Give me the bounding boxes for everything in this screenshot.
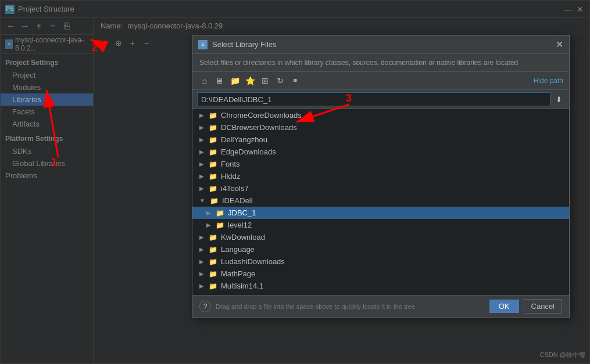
list-item[interactable]: ▶ 📁 EdgeDownloads [192,146,569,158]
list-item[interactable]: ▶ 📁 ChromeCoreDownloads [192,109,569,121]
dialog-title-bar: ≡ Select Library Files ✕ [192,35,569,54]
dialog-description: Select files or directories in which lib… [192,54,569,72]
list-item[interactable]: ▶ 📁 LudashiDownloads [192,255,569,268]
list-item-level12[interactable]: ▶ 📁 level12 [192,219,569,231]
dialog-file-toolbar: ⌂ 🖥 📁 ⭐ ⊞ ↻ ⚭ Hide path [192,72,569,90]
list-item[interactable]: ▶ 📁 Fonts [192,158,569,170]
list-item[interactable]: ▶ 📁 Language [192,243,569,255]
list-item[interactable]: ▶ 📁 MathPage [192,268,569,280]
path-input[interactable] [197,92,550,106]
list-item-jdbc[interactable]: ▶ 📁 JDBC_1 [192,207,569,219]
refresh-button[interactable]: ↻ [274,74,287,87]
file-list[interactable]: ▶ 📁 ChromeCoreDownloads ▶ 📁 DCBrowserDow… [192,109,569,295]
hide-path-button[interactable]: Hide path [534,77,563,85]
bookmark-button[interactable]: ⭐ [244,74,256,87]
new-folder-button[interactable]: 📁 [228,74,241,87]
watermark: CSDN @徐中瑩 [540,351,585,359]
list-item[interactable]: ▶ 📁 Multisim14.1 [192,280,569,292]
desktop-button[interactable]: 🖥 [213,74,226,87]
select-library-dialog: ≡ Select Library Files ✕ Select files or… [192,35,570,318]
dialog-footer: ? Drag and drop a file into the space ab… [192,295,569,317]
dialog-icon: ≡ [198,40,208,49]
link-button[interactable]: ⚭ [289,74,302,87]
list-item[interactable]: ▶ 📁 DellYangzhou [192,134,569,146]
dialog-overlay: ≡ Select Library Files ✕ Select files or… [0,0,590,364]
ok-button[interactable]: OK [489,300,519,313]
path-bar: ⬇ [192,90,569,109]
list-item-ideadell[interactable]: ▼ 📁 IDEADell [192,194,569,207]
dialog-title: Select Library Files [212,40,551,49]
footer-buttons: OK Cancel [489,299,562,313]
list-item[interactable]: ▶ 📁 DCBrowserDownloads [192,121,569,134]
list-item[interactable]: ▶ 📁 KwDownload [192,231,569,243]
list-item[interactable]: ▶ 📁 Hlddz [192,170,569,182]
download-button[interactable]: ⬇ [553,93,564,105]
cancel-button[interactable]: Cancel [524,299,562,313]
list-item[interactable]: ▶ 📁 i4Tools7 [192,182,569,194]
home-button[interactable]: ⌂ [198,74,211,87]
footer-hint: Drag and drop a file into the space abov… [216,303,415,310]
help-button[interactable]: ? [199,301,211,312]
dialog-close-button[interactable]: ✕ [556,39,563,50]
toggle-button[interactable]: ⊞ [259,74,271,87]
